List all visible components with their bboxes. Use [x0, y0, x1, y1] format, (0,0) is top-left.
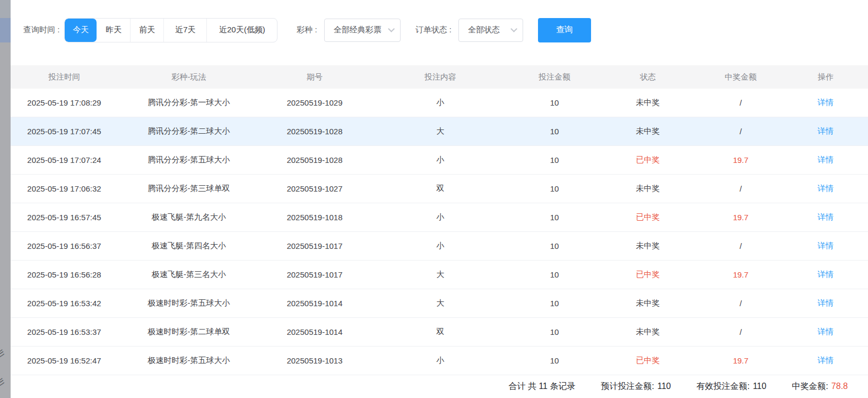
- cell-amount: 10: [511, 155, 597, 165]
- cell-issue: 20250519-1029: [260, 98, 369, 107]
- column-header: 彩种-玩法: [118, 72, 260, 82]
- cell-prize: /: [698, 184, 783, 193]
- cell-play: 腾讯分分彩-第二球大小: [118, 126, 260, 136]
- details-link[interactable]: 详情: [818, 327, 834, 336]
- details-link[interactable]: 详情: [818, 98, 834, 107]
- cell-status: 未中奖: [597, 327, 698, 337]
- cell-prize: /: [698, 127, 783, 136]
- cell-status: 未中奖: [597, 241, 698, 251]
- cell-amount: 10: [511, 127, 597, 136]
- time-range-segmented-control: 今天昨天前天近7天近20天(低频): [64, 18, 277, 42]
- cell-amount: 10: [511, 213, 597, 222]
- cell-action: 详情: [783, 98, 868, 108]
- table-body: 2025-05-19 17:08:29腾讯分分彩-第一球大小20250519-1…: [11, 89, 868, 375]
- sidebar-active-item-edge: [0, 18, 11, 42]
- sidebar-clipped-glyph: 彡: [0, 349, 5, 359]
- query-button[interactable]: 查询: [538, 18, 591, 42]
- cell-time: 2025-05-19 16:56:28: [11, 270, 118, 279]
- cell-play: 极速时时彩-第五球大小: [118, 356, 260, 366]
- table-row: 2025-05-19 16:53:42极速时时彩-第五球大小20250519-1…: [11, 289, 868, 318]
- time-filter-label: 查询时间 :: [23, 25, 59, 35]
- cell-issue: 20250519-1027: [260, 184, 369, 193]
- cell-issue: 20250519-1028: [260, 155, 369, 165]
- details-link[interactable]: 详情: [818, 356, 834, 365]
- table-row: 2025-05-19 16:52:47极速时时彩-第五球大小20250519-1…: [11, 347, 868, 375]
- cell-amount: 10: [511, 356, 597, 365]
- time-filter-option-2[interactable]: 昨天: [97, 19, 130, 42]
- expected-bet-amount: 预计投注金额:110: [601, 381, 671, 392]
- time-filter-option-4[interactable]: 近7天: [163, 19, 206, 42]
- prize-total: 中奖金额:78.8: [792, 381, 848, 392]
- table-row: 2025-05-19 17:08:29腾讯分分彩-第一球大小20250519-1…: [11, 89, 868, 117]
- filter-bar: 查询时间 : 今天昨天前天近7天近20天(低频) 彩种 : 全部经典彩票 订单状…: [11, 0, 868, 65]
- cell-play: 极速飞艇-第四名大小: [118, 241, 260, 251]
- cell-prize: 19.7: [698, 155, 783, 165]
- cell-content: 大: [369, 126, 511, 136]
- prize-total-value: 78.8: [831, 382, 848, 391]
- cell-action: 详情: [783, 155, 868, 165]
- time-filter-option-3[interactable]: 前天: [130, 19, 163, 42]
- cell-issue: 20250519-1013: [260, 356, 369, 365]
- cell-issue: 20250519-1014: [260, 327, 369, 336]
- table-row: 2025-05-19 17:06:32腾讯分分彩-第三球单双20250519-1…: [11, 175, 868, 203]
- cell-play: 极速时时彩-第二球单双: [118, 327, 260, 337]
- details-link[interactable]: 详情: [818, 155, 834, 164]
- details-link[interactable]: 详情: [818, 270, 834, 279]
- cell-action: 详情: [783, 298, 868, 308]
- cell-play: 极速飞艇-第九名大小: [118, 212, 260, 222]
- cell-play: 腾讯分分彩-第一球大小: [118, 98, 260, 108]
- table-row: 2025-05-19 16:56:28极速飞艇-第三名大小20250519-10…: [11, 261, 868, 289]
- time-filter-option-5[interactable]: 近20天(低频): [206, 19, 277, 42]
- cell-issue: 20250519-1014: [260, 299, 369, 308]
- details-link[interactable]: 详情: [818, 126, 834, 135]
- cell-amount: 10: [511, 241, 597, 250]
- lottery-type-select[interactable]: 全部经典彩票: [324, 19, 401, 42]
- details-link[interactable]: 详情: [818, 241, 834, 250]
- cell-content: 双: [369, 184, 511, 194]
- cell-prize: /: [698, 299, 783, 308]
- cell-amount: 10: [511, 327, 597, 336]
- sidebar-clipped-glyph: 彡: [0, 378, 5, 387]
- details-link[interactable]: 详情: [818, 184, 834, 193]
- column-header: 操作: [783, 72, 868, 82]
- cell-prize: /: [698, 241, 783, 250]
- collapsed-sidebar-edge: 彡 彡: [0, 0, 11, 398]
- valid-bet-amount-value: 110: [753, 382, 767, 391]
- cell-time: 2025-05-19 16:56:37: [11, 241, 118, 250]
- cell-time: 2025-05-19 16:53:42: [11, 299, 118, 308]
- cell-amount: 10: [511, 270, 597, 279]
- cell-amount: 10: [511, 184, 597, 193]
- cell-time: 2025-05-19 17:07:45: [11, 127, 118, 136]
- cell-time: 2025-05-19 16:57:45: [11, 213, 118, 222]
- cell-issue: 20250519-1028: [260, 127, 369, 136]
- table-header-row: 投注时间彩种-玩法期号投注内容投注金额状态中奖金额操作: [11, 65, 868, 89]
- cell-status: 未中奖: [597, 184, 698, 194]
- bet-records-table: 投注时间彩种-玩法期号投注内容投注金额状态中奖金额操作 2025-05-19 1…: [11, 65, 868, 375]
- cell-action: 详情: [783, 212, 868, 222]
- table-row: 2025-05-19 17:07:45腾讯分分彩-第二球大小20250519-1…: [11, 117, 868, 146]
- cell-content: 小: [369, 356, 511, 366]
- column-header: 中奖金额: [698, 72, 783, 82]
- column-header: 期号: [260, 72, 369, 82]
- records-total: 合计 共 11 条记录: [509, 381, 576, 392]
- time-filter-option-1[interactable]: 今天: [65, 19, 97, 42]
- cell-amount: 10: [511, 98, 597, 107]
- cell-action: 详情: [783, 184, 868, 194]
- expected-bet-amount-label: 预计投注金额:: [601, 382, 654, 391]
- lottery-type-label: 彩种 :: [297, 25, 317, 35]
- cell-content: 小: [369, 155, 511, 165]
- cell-status: 已中奖: [597, 212, 698, 222]
- cell-content: 小: [369, 212, 511, 222]
- cell-time: 2025-05-19 17:08:29: [11, 98, 118, 107]
- table-row: 2025-05-19 16:57:45极速飞艇-第九名大小20250519-10…: [11, 203, 868, 232]
- details-link[interactable]: 详情: [818, 212, 834, 221]
- cell-status: 未中奖: [597, 98, 698, 108]
- cell-content: 大: [369, 270, 511, 280]
- order-status-select[interactable]: 全部状态: [458, 19, 523, 42]
- cell-content: 小: [369, 241, 511, 251]
- valid-bet-amount: 有效投注金额:110: [696, 381, 766, 392]
- cell-action: 详情: [783, 327, 868, 337]
- details-link[interactable]: 详情: [818, 298, 834, 307]
- order-status-label: 订单状态 :: [415, 25, 452, 35]
- table-row: 2025-05-19 16:53:37极速时时彩-第二球单双20250519-1…: [11, 318, 868, 347]
